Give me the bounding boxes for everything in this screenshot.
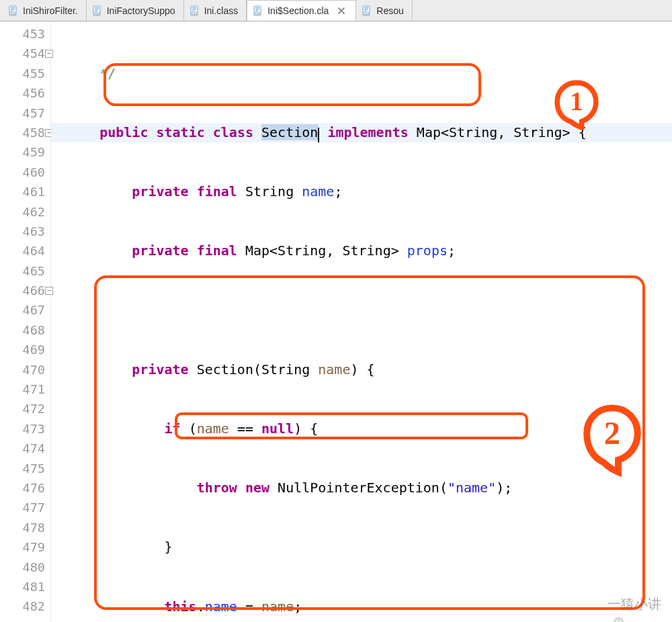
svg-rect-7	[95, 9, 99, 9]
editor-tab[interactable]: 010Ini$Section.cla	[247, 0, 356, 21]
text-cursor	[318, 128, 319, 142]
svg-point-31	[616, 620, 618, 621]
editor-tab[interactable]: 010IniShiroFilter.	[3, 0, 87, 21]
watermark-text: 一猿小讲	[607, 594, 661, 614]
line-number[interactable]: 471	[0, 380, 45, 399]
line-number[interactable]: 470	[0, 360, 45, 380]
editor-tab-bar: 010IniShiroFilter.010IniFactorySuppo010I…	[0, 0, 672, 21]
line-number[interactable]: 457	[0, 103, 45, 123]
tab-label: Ini$Section.cla	[267, 5, 329, 16]
svg-point-29	[614, 617, 624, 622]
tab-label: IniShiroFilter.	[23, 5, 78, 16]
wechat-icon	[582, 594, 601, 613]
svg-rect-11	[192, 7, 196, 8]
line-number[interactable]: 478	[0, 518, 45, 537]
svg-rect-6	[95, 7, 99, 8]
editor-area: 453454−455456457458−45946046146246346446…	[0, 21, 672, 622]
line-number[interactable]: 459	[0, 142, 45, 162]
line-number[interactable]: 460	[0, 163, 45, 182]
svg-rect-2	[11, 9, 15, 9]
svg-point-32	[620, 620, 621, 621]
line-number[interactable]: 476	[0, 478, 45, 498]
svg-text:010: 010	[10, 11, 16, 15]
svg-text:1: 1	[570, 87, 583, 117]
line-number[interactable]: 454−	[0, 44, 45, 63]
class-file-icon: 010	[190, 5, 200, 16]
svg-text:010: 010	[364, 11, 370, 15]
line-number[interactable]: 464	[0, 241, 45, 261]
selection: Section	[261, 124, 318, 140]
line-number[interactable]: 482	[0, 596, 45, 616]
line-number[interactable]: 453	[0, 24, 45, 44]
svg-text:010: 010	[255, 11, 261, 15]
svg-rect-23	[364, 7, 368, 8]
tab-label: IniFactorySuppo	[107, 5, 175, 16]
editor-tab[interactable]: 010IniFactorySuppo	[87, 0, 184, 21]
annotation-box-2	[94, 275, 645, 610]
class-file-icon: 010	[92, 5, 103, 16]
editor-tab[interactable]: 010Resou	[356, 0, 412, 21]
line-number[interactable]: 458−	[0, 123, 45, 142]
line-number[interactable]: 463	[0, 222, 45, 241]
line-number[interactable]: 481	[0, 577, 45, 596]
line-number[interactable]: 473	[0, 419, 45, 439]
line-number[interactable]: 456	[0, 83, 45, 103]
line-number[interactable]: 462	[0, 202, 45, 222]
code-content[interactable]: */ public static class Section implement…	[51, 21, 672, 622]
line-number[interactable]: 466−	[0, 281, 45, 300]
code-text: */	[67, 65, 116, 81]
class-file-icon: 010	[253, 5, 263, 16]
class-file-icon: 010	[8, 5, 19, 16]
tab-label: Ini.class	[204, 5, 239, 16]
svg-text:010: 010	[192, 11, 198, 15]
line-number[interactable]: 455	[0, 64, 45, 83]
line-number[interactable]: 479	[0, 537, 45, 557]
line-number-gutter: 453454−455456457458−45946046146246346446…	[0, 21, 51, 622]
line-number[interactable]: 477	[0, 498, 45, 517]
svg-text:010: 010	[94, 11, 100, 15]
svg-rect-1	[11, 7, 15, 8]
line-number[interactable]: 480	[0, 558, 45, 577]
svg-rect-24	[364, 9, 368, 9]
svg-rect-17	[255, 9, 259, 10]
close-icon[interactable]	[335, 5, 347, 17]
svg-rect-16	[255, 7, 259, 8]
class-file-icon: 010	[362, 5, 372, 16]
line-number[interactable]: 475	[0, 459, 45, 478]
editor-tab[interactable]: 010Ini.class	[184, 0, 247, 21]
line-number[interactable]: 465	[0, 261, 45, 281]
line-number[interactable]: 474	[0, 439, 45, 458]
line-number[interactable]: 472	[0, 399, 45, 418]
line-number[interactable]: 461	[0, 182, 45, 202]
line-number[interactable]: 469	[0, 340, 45, 359]
svg-rect-12	[192, 9, 196, 9]
line-number[interactable]: 467	[0, 300, 45, 320]
watermark: 一猿小讲	[582, 594, 661, 614]
line-number[interactable]: 468	[0, 320, 45, 340]
tab-label: Resou	[376, 5, 403, 16]
current-line: public static class Section implements M…	[51, 123, 672, 142]
